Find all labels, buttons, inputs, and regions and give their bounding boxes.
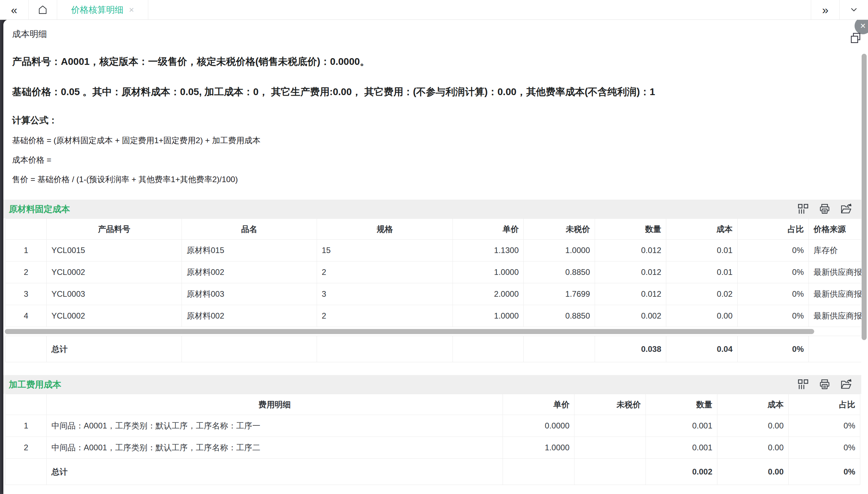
table-cell: 3 — [317, 283, 453, 305]
summary-line-base-price: 基础价格：0.05 。其中：原材料成本：0.05, 加工成本：0， 其它生产费用… — [12, 86, 848, 99]
table-row[interactable]: 1YCL0015原材料015151.13001.00000.0120.010%库… — [6, 240, 862, 262]
header-cell — [6, 394, 47, 415]
header-cell: 成本 — [717, 394, 789, 415]
export-icon[interactable] — [841, 379, 852, 390]
header-cell: 数量 — [595, 219, 666, 240]
collapse-sidebar-button[interactable]: « — [0, 0, 29, 19]
section-header-bar: 加工费用成本 — [3, 375, 861, 394]
table-cell: 0.00 — [717, 415, 789, 437]
table-cell: YCL0015 — [47, 240, 182, 262]
table-row[interactable]: 2中间品：A0001，工序类别：默认工序，工序名称：工序二1.00000.001… — [6, 437, 860, 459]
table-total-row: 总计0.0020.000% — [6, 459, 860, 485]
table-cell: 2 — [317, 305, 453, 327]
table-cell: 1 — [6, 415, 47, 437]
table-viewport: 产品料号品名规格单价未税价数量成本占比价格来源1YCL0015原材料015151… — [5, 218, 861, 327]
header-cell: 占比 — [789, 394, 860, 415]
header-cell: 产品料号 — [47, 219, 182, 240]
table-cell: 1.0000 — [524, 240, 595, 262]
formula-sale-price: 售价 = 基础价格 / (1-(预设利润率 + 其他费率1+其他费率2)/100… — [12, 174, 848, 185]
cost-detail-panel: × 成本明细 产品料号：A0001，核定版本：一级售价，核定未税价格(销售未税底… — [3, 19, 868, 494]
formula-base-price: 基础价格 = (原材料固定成本 + 固定费用1+固定费用2) + 加工费用成本 — [12, 135, 848, 146]
header-cell: 价格来源 — [809, 219, 862, 240]
formula-title: 计算公式： — [12, 114, 848, 126]
table-cell: 0.8850 — [524, 262, 595, 283]
tab-close-icon[interactable]: × — [129, 5, 134, 15]
table-cell: 2 — [6, 262, 47, 283]
total-cell — [809, 336, 862, 362]
table-cell: 4 — [6, 305, 47, 327]
home-button[interactable] — [29, 0, 57, 19]
table-total-viewport: 总计0.0380.040% — [5, 336, 861, 362]
cost-summary: 产品料号：A0001，核定版本：一级售价，核定未税价格(销售未税底价)：0.00… — [3, 55, 868, 185]
table-row[interactable]: 3YCL0003原材料00332.00001.76990.0120.020%最新… — [6, 283, 862, 305]
header-cell: 未税价 — [574, 394, 646, 415]
processing-cost-table: 费用明细单价未税价数量成本占比1中间品：A0001，工序类别：默认工序，工序名称… — [5, 394, 860, 485]
table-cell: 0.001 — [646, 437, 717, 459]
print-icon[interactable] — [819, 379, 830, 390]
table-cell: 0.012 — [595, 262, 666, 283]
table-cell: YCL0002 — [47, 305, 182, 327]
double-chevron-right-icon: » — [822, 3, 829, 17]
summary-line-product: 产品料号：A0001，核定版本：一级售价，核定未税价格(销售未税底价)：0.00… — [12, 55, 848, 69]
tab-price-calc-detail[interactable]: 价格核算明细 × — [57, 0, 148, 19]
table-cell — [574, 437, 646, 459]
table-total-row: 总计0.0380.040% — [6, 336, 862, 362]
table-cell: 原材料003 — [182, 283, 317, 305]
table-cell: 15 — [317, 240, 453, 262]
export-icon[interactable] — [841, 203, 852, 215]
horizontal-scrollbar[interactable] — [5, 327, 861, 336]
section-toolbar — [797, 200, 852, 218]
section-title: 加工费用成本 — [9, 379, 61, 391]
section-raw-material-cost: 原材料固定成本 产品料号品名规格单价未税价数量成本占比价格来源1YCL0015原… — [3, 200, 868, 362]
app-background: × 成本明细 产品料号：A0001，核定版本：一级售价，核定未税价格(销售未税底… — [0, 19, 868, 494]
total-cell — [503, 459, 574, 485]
table-cell: 2.0000 — [453, 283, 524, 305]
table-cell: 0.8850 — [524, 305, 595, 327]
table-row[interactable]: 1中间品：A0001，工序类别：默认工序，工序名称：工序一0.00000.001… — [6, 415, 860, 437]
print-icon[interactable] — [819, 203, 830, 215]
total-cell: 0.04 — [666, 336, 738, 362]
table-cell: 中间品：A0001，工序类别：默认工序，工序名称：工序一 — [47, 415, 503, 437]
header-cell: 未税价 — [524, 219, 595, 240]
tab-bar-spacer — [148, 0, 811, 19]
total-cell: 0.00 — [717, 459, 789, 485]
columns-icon[interactable] — [797, 379, 809, 390]
header-cell: 数量 — [646, 394, 717, 415]
total-cell: 0.038 — [595, 336, 666, 362]
table-cell: 最新供应商报价 — [809, 262, 862, 283]
section-toolbar — [797, 375, 852, 394]
table-cell: 0% — [738, 305, 809, 327]
header-cell: 费用明细 — [47, 394, 503, 415]
table-cell: 3 — [6, 283, 47, 305]
columns-icon[interactable] — [797, 203, 809, 215]
table-cell: 1.1300 — [453, 240, 524, 262]
table-row[interactable]: 2YCL0002原材料00221.00000.88500.0120.010%最新… — [6, 262, 862, 283]
table-cell: 0.001 — [646, 415, 717, 437]
total-cell — [6, 459, 47, 485]
raw-material-total-table: 总计0.0380.040% — [5, 336, 861, 362]
table-cell: 0% — [789, 437, 860, 459]
tab-list-dropdown-button[interactable] — [839, 0, 868, 19]
table-cell: 0% — [738, 240, 809, 262]
section-header-bar: 原材料固定成本 — [3, 200, 861, 218]
table-cell: YCL0002 — [47, 262, 182, 283]
header-cell: 占比 — [738, 219, 809, 240]
table-cell: 0.0000 — [503, 415, 574, 437]
vertical-scrollbar-thumb[interactable] — [862, 54, 867, 340]
copy-icon — [850, 32, 861, 44]
duplicate-window-button[interactable] — [850, 32, 861, 44]
expand-tabs-button[interactable]: » — [811, 0, 839, 19]
close-icon: × — [860, 20, 866, 31]
table-cell: 最新供应商报价 — [809, 305, 862, 327]
table-row[interactable]: 4YCL0002原材料00221.00000.88500.0020.000%最新… — [6, 305, 862, 327]
table-cell: 中间品：A0001，工序类别：默认工序，工序名称：工序二 — [47, 437, 503, 459]
total-cell — [6, 336, 47, 362]
header-cell: 单价 — [503, 394, 574, 415]
header-cell: 单价 — [453, 219, 524, 240]
table-cell: 0.00 — [717, 437, 789, 459]
table-cell — [574, 415, 646, 437]
total-cell — [524, 336, 595, 362]
total-cell — [453, 336, 524, 362]
horizontal-scrollbar-thumb[interactable] — [5, 329, 814, 334]
total-cell: 总计 — [47, 336, 182, 362]
